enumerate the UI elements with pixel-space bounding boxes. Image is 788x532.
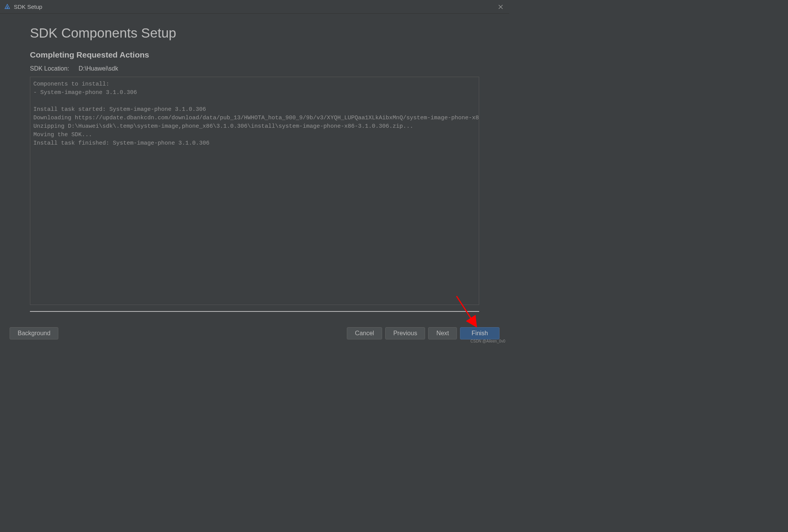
- sdk-location-row: SDK Location: D:\Huawei\sdk: [30, 65, 479, 72]
- finish-button[interactable]: Finish: [460, 327, 500, 339]
- app-icon: [4, 3, 11, 10]
- page-subtitle: Completing Requested Actions: [30, 50, 479, 59]
- close-icon: [498, 5, 503, 9]
- progress-bar: [30, 311, 479, 312]
- next-button[interactable]: Next: [428, 327, 457, 339]
- window-title: SDK Setup: [14, 3, 42, 10]
- content-area: SDK Components Setup Completing Requeste…: [0, 14, 509, 312]
- background-button[interactable]: Background: [10, 327, 58, 339]
- sdk-location-label: SDK Location:: [30, 65, 69, 72]
- install-log[interactable]: Components to install: - System-image-ph…: [30, 77, 479, 305]
- button-row: Background Cancel Previous Next Finish: [0, 327, 509, 339]
- page-title: SDK Components Setup: [30, 25, 479, 41]
- close-button[interactable]: [496, 2, 505, 12]
- previous-button[interactable]: Previous: [385, 327, 425, 339]
- titlebar: SDK Setup: [0, 0, 509, 14]
- sdk-location-value: D:\Huawei\sdk: [79, 65, 118, 72]
- cancel-button[interactable]: Cancel: [347, 327, 382, 339]
- watermark: CSDN @Aileen_0v0: [470, 339, 505, 343]
